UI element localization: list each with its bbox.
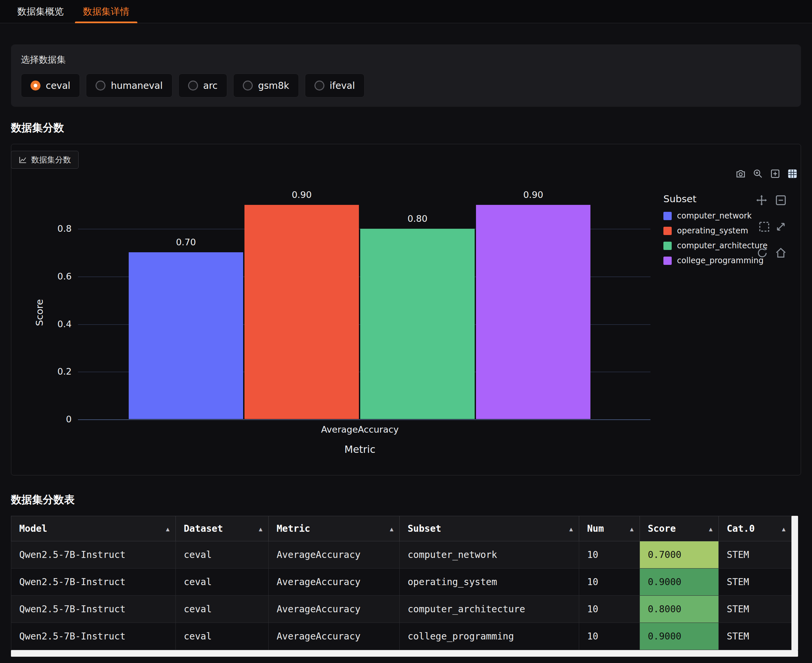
cell-metric: AverageAccuracy <box>269 541 400 569</box>
score-table: Model▲ Dataset▲ Metric▲ Subset▲ Num▲ Sco… <box>11 516 792 650</box>
home-icon[interactable] <box>774 246 788 260</box>
y-tick-label: 0 <box>11 414 72 424</box>
score-cell: 0.9000 <box>640 569 719 596</box>
col-header-label: Subset <box>408 523 441 534</box>
cell-model: Qwen2.5-7B-Instruct <box>11 596 176 623</box>
radio-selected-icon <box>31 81 41 91</box>
col-header-label: Model <box>19 523 47 534</box>
sort-asc-icon: ▲ <box>630 525 634 532</box>
bar-operating_system: 0.90 <box>245 205 359 419</box>
cell-num: 10 <box>579 623 640 650</box>
table-row: Qwen2.5-7B-Instruct ceval AverageAccurac… <box>11 623 792 650</box>
sort-asc-icon: ▲ <box>166 525 170 532</box>
radio-icon <box>188 81 198 91</box>
radio-icon <box>314 81 324 91</box>
col-header-cat0[interactable]: Cat.0▲ <box>719 516 792 541</box>
bar-value-label: 0.90 <box>245 189 359 200</box>
col-header-label: Num <box>587 523 604 534</box>
legend-label: operating_system <box>677 226 748 235</box>
legend-title: Subset <box>663 193 768 205</box>
legend-label: computer_architecture <box>677 241 768 250</box>
radio-label: gsm8k <box>258 80 289 91</box>
camera-icon[interactable] <box>735 168 746 179</box>
legend-label: computer_network <box>677 211 752 220</box>
cell-dataset: ceval <box>176 541 269 569</box>
x-tick-label: AverageAccuracy <box>310 424 410 435</box>
sort-asc-icon: ▲ <box>259 525 263 532</box>
radio-label: ifeval <box>330 80 355 91</box>
cell-subset: computer_network <box>400 541 579 569</box>
y-axis-title: Score <box>34 299 45 326</box>
radio-icon <box>96 81 105 91</box>
table-row: Qwen2.5-7B-Instruct ceval AverageAccurac… <box>11 596 792 623</box>
tab-dataset-overview[interactable]: 数据集概览 <box>9 0 72 23</box>
col-header-model[interactable]: Model▲ <box>11 516 176 541</box>
table-horizontal-scrollbar[interactable] <box>11 650 798 657</box>
chart-line-icon <box>19 155 27 164</box>
sort-asc-icon: ▲ <box>782 525 786 532</box>
tab-bar: 数据集概览 数据集详情 <box>0 0 812 23</box>
legend-swatch <box>663 212 672 220</box>
bar-value-label: 0.70 <box>129 237 243 247</box>
section-title-score-table: 数据集分数表 <box>11 493 801 507</box>
plot-area: 数据集分数 <box>11 144 801 475</box>
cell-subset: computer_architecture <box>400 596 579 623</box>
zoom-out-icon[interactable] <box>774 194 788 207</box>
score-cell: 0.8000 <box>640 596 719 623</box>
legend-swatch <box>663 257 672 265</box>
col-header-subset[interactable]: Subset▲ <box>400 516 579 541</box>
col-header-score[interactable]: Score▲ <box>640 516 719 541</box>
autoscale-icon[interactable] <box>774 220 788 233</box>
radio-option-arc[interactable]: arc <box>178 74 227 97</box>
table-row: Qwen2.5-7B-Instruct ceval AverageAccurac… <box>11 541 792 569</box>
section-title-scores: 数据集分数 <box>11 121 801 135</box>
y-tick-label: 0.2 <box>11 366 72 377</box>
col-header-num[interactable]: Num▲ <box>579 516 640 541</box>
score-table-wrap: Model▲ Dataset▲ Metric▲ Subset▲ Num▲ Sco… <box>11 516 798 657</box>
zoom-in-icon[interactable] <box>770 168 781 179</box>
x-axis-line <box>78 419 650 420</box>
radio-option-ceval[interactable]: ceval <box>21 74 80 97</box>
legend-item-computer_architecture[interactable]: computer_architecture <box>663 241 768 250</box>
zoom-icon[interactable] <box>752 168 763 179</box>
sort-asc-icon: ▲ <box>390 525 394 532</box>
cell-num: 10 <box>579 541 640 569</box>
col-header-dataset[interactable]: Dataset▲ <box>176 516 269 541</box>
radio-option-humaneval[interactable]: humaneval <box>86 74 172 97</box>
y-tick-label: 0.6 <box>11 271 72 281</box>
radio-label: humaneval <box>111 80 162 91</box>
cell-cat0: STEM <box>719 623 792 650</box>
cell-metric: AverageAccuracy <box>269 623 400 650</box>
col-header-label: Cat.0 <box>727 523 755 534</box>
chart-modebar <box>735 168 798 179</box>
legend-items: computer_networkoperating_systemcomputer… <box>663 211 768 265</box>
legend-item-computer_network[interactable]: computer_network <box>663 211 768 220</box>
cell-subset: operating_system <box>400 569 579 596</box>
radio-option-gsm8k[interactable]: gsm8k <box>233 74 299 97</box>
legend-item-college_programming[interactable]: college_programming <box>663 256 768 265</box>
bar-computer_architecture: 0.80 <box>360 229 475 419</box>
cell-model: Qwen2.5-7B-Instruct <box>11 569 176 596</box>
cell-subset: college_programming <box>400 623 579 650</box>
cell-metric: AverageAccuracy <box>269 596 400 623</box>
col-header-metric[interactable]: Metric▲ <box>269 516 400 541</box>
table-vertical-scrollbar[interactable] <box>791 516 798 650</box>
cell-dataset: ceval <box>176 569 269 596</box>
tab-dataset-details[interactable]: 数据集详情 <box>75 0 137 23</box>
table-row: Qwen2.5-7B-Instruct ceval AverageAccurac… <box>11 569 792 596</box>
radio-option-ifeval[interactable]: ifeval <box>305 74 365 97</box>
radio-label: ceval <box>46 80 70 91</box>
col-header-label: Metric <box>277 523 310 534</box>
sort-asc-icon: ▲ <box>569 525 573 532</box>
table-view-icon[interactable] <box>787 168 798 179</box>
cell-metric: AverageAccuracy <box>269 569 400 596</box>
x-axis-title: Metric <box>310 443 410 455</box>
chart-type-tab[interactable]: 数据集分数 <box>11 151 79 169</box>
cell-num: 10 <box>579 569 640 596</box>
cell-model: Qwen2.5-7B-Instruct <box>11 541 176 569</box>
cell-dataset: ceval <box>176 596 269 623</box>
cell-model: Qwen2.5-7B-Instruct <box>11 623 176 650</box>
bar-college_programming: 0.90 <box>476 205 590 419</box>
col-header-label: Score <box>648 523 676 534</box>
legend-item-operating_system[interactable]: operating_system <box>663 226 768 235</box>
